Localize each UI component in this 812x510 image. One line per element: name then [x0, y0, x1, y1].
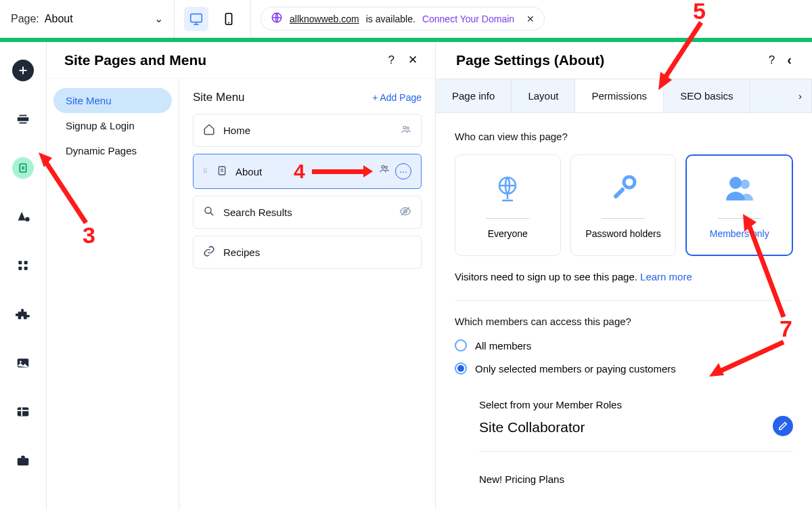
domain-pill: allknowweb.com is available. Connect You… [261, 7, 545, 30]
pricing-plans-heading: New! Pricing Plans [479, 473, 793, 485]
left-tab-dynamic-pages[interactable]: Dynamic Pages [53, 138, 172, 163]
learn-more-link[interactable]: Learn more [640, 271, 692, 282]
svg-point-35 [624, 177, 635, 188]
page-item-about[interactable]: ⠿ About ··· 4 [193, 154, 422, 189]
left-tab-signup-login[interactable]: Signup & Login [53, 113, 172, 138]
left-tab-site-menu[interactable]: Site Menu [53, 88, 172, 113]
chevron-down-icon: ⌄ [154, 12, 163, 25]
members-icon [379, 163, 390, 179]
device-switcher [175, 0, 251, 37]
page-item-search[interactable]: Search Results [193, 196, 422, 229]
svg-rect-14 [24, 261, 28, 264]
tab-page-info[interactable]: Page info [436, 79, 512, 112]
sidebar-rail [0, 42, 47, 510]
add-icon[interactable] [12, 60, 34, 81]
page-item-label: Home [223, 125, 250, 136]
annotation-4: 4 [294, 160, 366, 183]
chevron-left-icon[interactable]: ‹ [787, 52, 792, 68]
role-name: Site Collaborator [479, 419, 585, 435]
desktop-view-button[interactable] [184, 7, 208, 31]
page-item-label: Recipes [223, 247, 260, 258]
members-icon [722, 172, 757, 209]
page-selector[interactable]: Page: About ⌄ [0, 0, 175, 37]
svg-point-37 [729, 177, 742, 189]
page-actions-button[interactable]: ··· [395, 163, 411, 179]
home-icon [203, 123, 215, 137]
data-icon[interactable] [12, 401, 34, 423]
pages-list: Site Menu + Add Page Home ⠿ [179, 79, 435, 510]
svg-point-18 [20, 361, 22, 363]
edit-role-button[interactable] [773, 416, 793, 436]
page-item-home[interactable]: Home [193, 114, 422, 147]
settings-body: Who can view this page? Everyone Passwor… [436, 113, 812, 510]
top-bar: Page: About ⌄ allknowweb.com is availabl… [0, 0, 812, 38]
tab-layout[interactable]: Layout [512, 79, 575, 112]
svg-point-29 [385, 166, 387, 168]
permission-members[interactable]: Members only [685, 154, 793, 256]
close-icon[interactable]: ✕ [526, 14, 535, 24]
help-icon[interactable]: ? [388, 54, 394, 67]
permission-password[interactable]: Password holders [570, 154, 677, 256]
svg-point-30 [205, 207, 211, 213]
domain-name[interactable]: allknowweb.com [290, 14, 359, 24]
svg-point-23 [403, 126, 406, 129]
roles-heading: Select from your Member Roles [479, 399, 793, 410]
svg-point-28 [382, 165, 384, 168]
page-icon [217, 165, 227, 178]
business-icon[interactable] [12, 450, 34, 471]
member-roles-section: Select from your Member Roles Site Colla… [455, 385, 793, 485]
page-item-recipes[interactable]: Recipes [193, 236, 422, 269]
link-icon [203, 245, 215, 259]
pages-panel: Site Pages and Menu ? ✕ Site Menu Signup… [47, 42, 436, 510]
svg-rect-19 [18, 408, 29, 417]
plugins-icon[interactable] [12, 303, 34, 325]
svg-rect-16 [24, 267, 28, 270]
domain-available-text: is available. [366, 14, 415, 24]
pages-panel-header: Site Pages and Menu ? ✕ [47, 42, 435, 79]
globe-on-stand-icon [491, 172, 524, 209]
page-selector-value: About [45, 13, 73, 25]
svg-rect-22 [18, 458, 29, 465]
pages-panel-title: Site Pages and Menu [64, 52, 206, 68]
permission-label: Everyone [488, 228, 528, 239]
which-members-heading: Which members can access this page? [455, 316, 793, 327]
theme-icon[interactable] [12, 206, 34, 228]
pages-left-tabs: Site Menu Signup & Login Dynamic Pages [47, 79, 179, 510]
svg-rect-0 [191, 14, 202, 22]
tab-permissions[interactable]: Permissions [575, 79, 664, 112]
key-icon [607, 172, 639, 209]
svg-line-31 [210, 213, 213, 215]
who-can-view-heading: Who can view this page? [455, 131, 793, 142]
svg-rect-6 [18, 117, 29, 121]
settings-header: Page Settings (About) ? ‹ [436, 42, 812, 79]
help-icon[interactable]: ? [769, 54, 775, 67]
apps-icon[interactable] [12, 255, 34, 276]
radio-selected-members[interactable]: Only selected members or paying customer… [455, 362, 793, 375]
main-area: Site Pages and Menu ? ✕ Site Menu Signup… [0, 42, 812, 510]
radio-label: All members [475, 340, 531, 352]
tab-seo[interactable]: SEO basics [664, 79, 750, 112]
svg-rect-8 [20, 123, 27, 124]
domain-banner: allknowweb.com is available. Connect You… [251, 0, 812, 37]
mobile-view-button[interactable] [217, 7, 241, 31]
radio-label: Only selected members or paying customer… [475, 363, 676, 375]
pages-icon[interactable] [12, 157, 34, 179]
svg-rect-13 [18, 261, 22, 264]
permission-cards: Everyone Password holders Members only [455, 154, 793, 256]
tabs-scroll-right-button[interactable]: › [750, 79, 813, 112]
radio-all-members[interactable]: All members [455, 339, 793, 352]
permission-label: Members only [710, 228, 769, 239]
members-icon [401, 124, 411, 137]
svg-rect-7 [20, 115, 27, 116]
connect-domain-link[interactable]: Connect Your Domain [422, 14, 514, 24]
media-icon[interactable] [12, 352, 34, 374]
add-page-button[interactable]: + Add Page [372, 92, 422, 103]
svg-rect-15 [18, 267, 22, 270]
drag-handle-icon[interactable]: ⠿ [203, 168, 208, 175]
permission-everyone[interactable]: Everyone [455, 154, 561, 256]
settings-title: Page Settings (About) [456, 52, 604, 68]
close-icon[interactable]: ✕ [408, 53, 418, 67]
search-icon [203, 205, 215, 219]
learn-more-text: Visitors need to sign up to see this pag… [455, 271, 793, 282]
sections-icon[interactable] [12, 108, 34, 130]
